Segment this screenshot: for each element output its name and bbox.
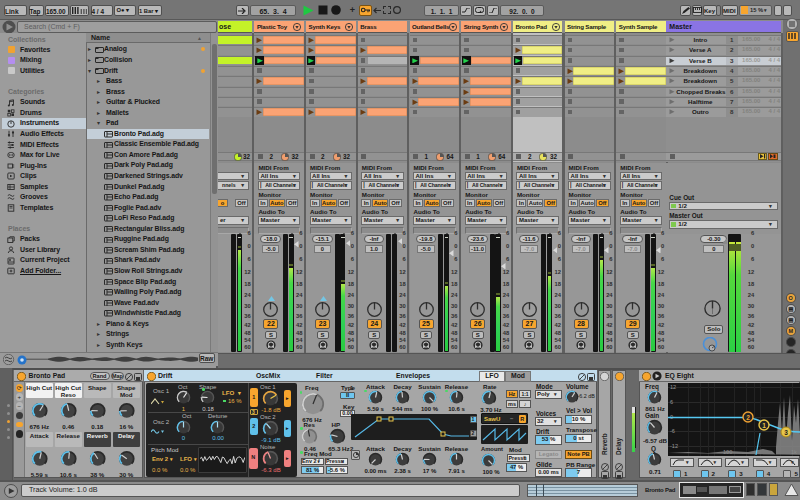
svg-text:1: 1 bbox=[762, 422, 766, 429]
svg-text:3: 3 bbox=[784, 429, 788, 436]
svg-text:2: 2 bbox=[746, 414, 750, 421]
